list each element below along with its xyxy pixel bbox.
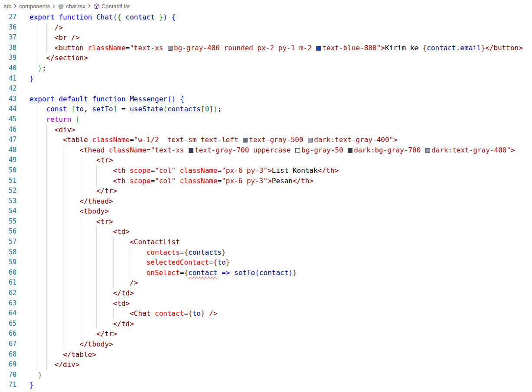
code-line-42[interactable]: 42 [0, 84, 532, 94]
line-number: 37 [0, 32, 16, 43]
line-number: 53 [0, 196, 16, 207]
line-number: 60 [0, 268, 16, 278]
code-line-60[interactable]: 60 onSelect={contact => setTo(contact)} [0, 268, 532, 278]
tailwind-color-swatch [308, 138, 313, 143]
tailwind-color-swatch [348, 148, 352, 153]
code-line-41[interactable]: 41} [0, 74, 532, 84]
line-number: 67 [0, 339, 16, 350]
line-number: 51 [0, 176, 16, 186]
line-number: 71 [0, 380, 16, 390]
code-line-53[interactable]: 53 </thead> [0, 196, 532, 207]
code-line-51[interactable]: 51 <th scope="col" className="px-6 py-3"… [0, 176, 532, 186]
line-number: 52 [0, 186, 16, 196]
code-line-68[interactable]: 68 </table> [0, 350, 532, 360]
error-token: contact [188, 269, 217, 277]
line-number: 68 [0, 350, 16, 360]
breadcrumb-label: chat.tsx [66, 3, 85, 10]
tailwind-color-swatch [189, 148, 193, 153]
line-number: 44 [0, 104, 16, 114]
line-number: 48 [0, 145, 16, 156]
line-number: 69 [0, 360, 16, 370]
line-number: 27 [0, 12, 16, 23]
breadcrumb-item-file[interactable]: chat.tsx [58, 3, 85, 10]
symbol-module-icon [93, 3, 100, 10]
breadcrumb: src components chat.tsx [0, 0, 532, 12]
line-number: 45 [0, 114, 16, 125]
breadcrumb-label: components [19, 3, 50, 10]
line-number: 70 [0, 370, 16, 380]
code-line-49[interactable]: 49 <tr> [0, 155, 532, 165]
line-number: 50 [0, 165, 16, 176]
code-line-55[interactable]: 55 <tr> [0, 217, 532, 227]
code-line-56[interactable]: 56 <td> [0, 227, 532, 237]
code-line-48[interactable]: 48 <thead className="text-xs text-gray-7… [0, 145, 532, 156]
code-line-52[interactable]: 52 </tr> [0, 186, 532, 196]
line-number: 41 [0, 74, 16, 84]
code-line-47[interactable]: 47 <table className="w-1/2 text-sm text-… [0, 135, 532, 145]
code-line-38[interactable]: 38 <button className="text-xs bg-gray-40… [0, 43, 532, 53]
tailwind-color-swatch [168, 46, 173, 51]
code-line-54[interactable]: 54 <tbody> [0, 206, 532, 217]
line-number: 39 [0, 53, 16, 63]
line-number: 40 [0, 63, 16, 74]
code-line-66[interactable]: 66 </tr> [0, 329, 532, 339]
tailwind-color-swatch [295, 148, 300, 153]
line-number: 63 [0, 298, 16, 309]
line-number: 36 [0, 23, 16, 33]
breadcrumb-item-symbol[interactable]: ContactList [93, 3, 130, 10]
code-line-57[interactable]: 57 <ContactList [0, 237, 532, 247]
chevron-right-icon [86, 3, 93, 10]
code-line-65[interactable]: 65 </td> [0, 319, 532, 329]
code-line-40[interactable]: 40 ); [0, 63, 532, 74]
line-number: 55 [0, 217, 16, 227]
breadcrumb-label: src [4, 3, 11, 10]
breadcrumb-item-src[interactable]: src [4, 3, 11, 10]
line-number: 59 [0, 257, 16, 268]
code-line-64[interactable]: 64 <Chat contact={to} /> [0, 308, 532, 319]
react-icon [58, 3, 64, 10]
line-number: 61 [0, 278, 16, 288]
tailwind-color-swatch [316, 46, 321, 51]
line-number: 42 [0, 84, 16, 94]
code-line-50[interactable]: 50 <th scope="col" className="px-6 py-3"… [0, 165, 532, 176]
line-number: 62 [0, 288, 16, 298]
line-number: 56 [0, 227, 16, 237]
code-line-43[interactable]: 43export default function Messenger() { [0, 94, 532, 104]
breadcrumb-item-components[interactable]: components [19, 3, 50, 10]
code-line-45[interactable]: 45 return ( [0, 114, 532, 125]
code-line-63[interactable]: 63 <td> [0, 298, 532, 309]
line-number: 65 [0, 319, 16, 329]
code-line-62[interactable]: 62 </td> [0, 288, 532, 298]
line-number: 49 [0, 155, 16, 165]
code-line-59[interactable]: 59 selectedContact={to} [0, 257, 532, 268]
code-line-44[interactable]: 44 const [to, setTo] = useState(contacts… [0, 104, 532, 114]
code-line-37[interactable]: 37 <br /> [0, 32, 532, 43]
code-line-46[interactable]: 46 <div> [0, 125, 532, 135]
line-number: 43 [0, 94, 16, 104]
code-line-61[interactable]: 61 /> [0, 278, 532, 288]
line-number: 47 [0, 135, 16, 145]
line-number: 38 [0, 43, 16, 53]
chevron-right-icon [50, 3, 57, 10]
line-number: 66 [0, 329, 16, 339]
line-number: 64 [0, 308, 16, 319]
code-line-58[interactable]: 58 contacts={contacts} [0, 247, 532, 258]
tailwind-color-swatch [243, 138, 248, 143]
tailwind-color-swatch [425, 148, 430, 153]
breadcrumb-label: ContactList [101, 3, 130, 10]
line-number: 46 [0, 125, 16, 135]
code-line-70[interactable]: 70 ) [0, 370, 532, 380]
sticky-scroll: 27export function Chat({ contact }) { [0, 12, 532, 23]
line-number: 58 [0, 247, 16, 258]
line-number: 57 [0, 237, 16, 247]
line-number: 54 [0, 206, 16, 217]
code-line-36[interactable]: 36 /> [0, 23, 532, 33]
code-line-69[interactable]: 69 </div> [0, 360, 532, 370]
code-line-67[interactable]: 67 </tbody> [0, 339, 532, 350]
code-line-39[interactable]: 39 </section> [0, 53, 532, 63]
code-editor[interactable]: 36 />37 <br />38 <button className="text… [0, 23, 532, 390]
chevron-right-icon [12, 3, 19, 10]
code-line-71[interactable]: 71} [0, 380, 532, 390]
sticky-scroll-line[interactable]: 27export function Chat({ contact }) { [0, 12, 532, 23]
